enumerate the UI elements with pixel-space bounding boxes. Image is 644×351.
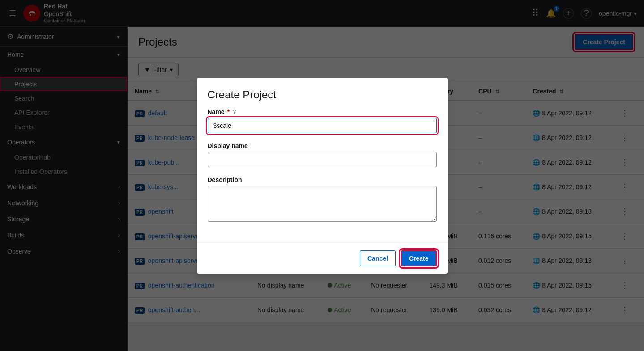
description-input[interactable] [208, 186, 437, 222]
create-button[interactable]: Create [401, 250, 437, 266]
display-name-input[interactable] [208, 152, 437, 167]
modal-title: Create Project [208, 89, 437, 101]
modal-header: Create Project [197, 78, 448, 108]
description-label: Description [208, 176, 437, 183]
modal-body: Name * ? Display name Description [197, 108, 448, 243]
create-project-modal: Create Project Name * ? Display name [197, 78, 448, 274]
form-group-name: Name * ? [208, 108, 437, 133]
name-help-icon[interactable]: ? [232, 108, 236, 115]
form-group-description: Description [208, 176, 437, 223]
modal-footer: Cancel Create [197, 243, 448, 274]
cancel-button[interactable]: Cancel [360, 250, 396, 266]
modal-overlay[interactable]: Create Project Name * ? Display name [0, 0, 644, 351]
name-label: Name * ? [208, 108, 437, 115]
display-name-label: Display name [208, 142, 437, 149]
name-required-indicator: * [227, 108, 230, 115]
name-input[interactable] [208, 118, 437, 133]
form-group-display-name: Display name [208, 142, 437, 167]
